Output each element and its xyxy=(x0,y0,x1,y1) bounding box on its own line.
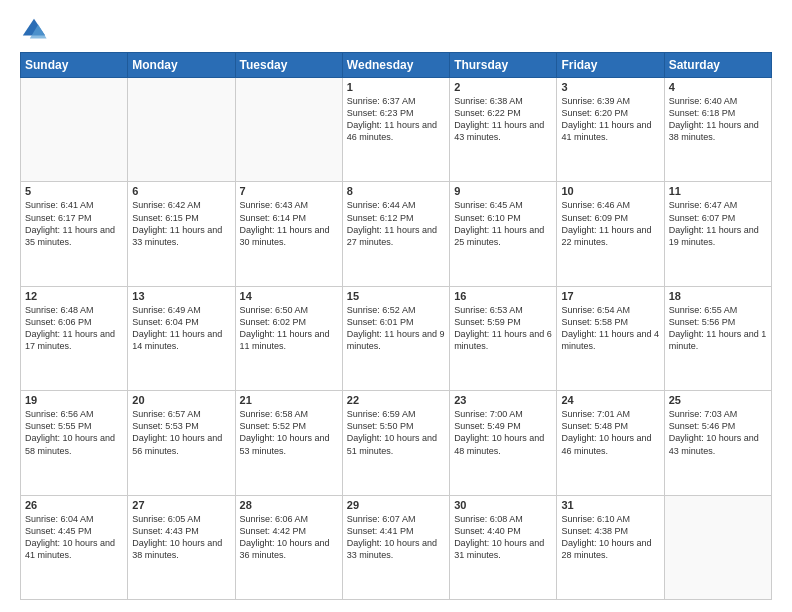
day-number: 17 xyxy=(561,290,659,302)
day-number: 29 xyxy=(347,499,445,511)
day-number: 25 xyxy=(669,394,767,406)
day-number: 16 xyxy=(454,290,552,302)
day-header-friday: Friday xyxy=(557,53,664,78)
day-number: 15 xyxy=(347,290,445,302)
day-info: Sunrise: 6:39 AM Sunset: 6:20 PM Dayligh… xyxy=(561,95,659,144)
calendar-cell: 9Sunrise: 6:45 AM Sunset: 6:10 PM Daylig… xyxy=(450,182,557,286)
calendar-cell: 20Sunrise: 6:57 AM Sunset: 5:53 PM Dayli… xyxy=(128,391,235,495)
day-info: Sunrise: 6:49 AM Sunset: 6:04 PM Dayligh… xyxy=(132,304,230,353)
calendar-cell: 31Sunrise: 6:10 AM Sunset: 4:38 PM Dayli… xyxy=(557,495,664,599)
calendar-week-3: 19Sunrise: 6:56 AM Sunset: 5:55 PM Dayli… xyxy=(21,391,772,495)
day-info: Sunrise: 6:40 AM Sunset: 6:18 PM Dayligh… xyxy=(669,95,767,144)
day-number: 6 xyxy=(132,185,230,197)
calendar-cell: 1Sunrise: 6:37 AM Sunset: 6:23 PM Daylig… xyxy=(342,78,449,182)
calendar-cell: 21Sunrise: 6:58 AM Sunset: 5:52 PM Dayli… xyxy=(235,391,342,495)
day-info: Sunrise: 6:47 AM Sunset: 6:07 PM Dayligh… xyxy=(669,199,767,248)
calendar-cell: 6Sunrise: 6:42 AM Sunset: 6:15 PM Daylig… xyxy=(128,182,235,286)
day-info: Sunrise: 6:46 AM Sunset: 6:09 PM Dayligh… xyxy=(561,199,659,248)
calendar-week-1: 5Sunrise: 6:41 AM Sunset: 6:17 PM Daylig… xyxy=(21,182,772,286)
calendar-cell: 4Sunrise: 6:40 AM Sunset: 6:18 PM Daylig… xyxy=(664,78,771,182)
day-number: 7 xyxy=(240,185,338,197)
day-number: 5 xyxy=(25,185,123,197)
day-number: 26 xyxy=(25,499,123,511)
day-info: Sunrise: 6:38 AM Sunset: 6:22 PM Dayligh… xyxy=(454,95,552,144)
calendar-cell: 2Sunrise: 6:38 AM Sunset: 6:22 PM Daylig… xyxy=(450,78,557,182)
header xyxy=(20,16,772,44)
day-info: Sunrise: 6:04 AM Sunset: 4:45 PM Dayligh… xyxy=(25,513,123,562)
day-info: Sunrise: 6:58 AM Sunset: 5:52 PM Dayligh… xyxy=(240,408,338,457)
calendar: SundayMondayTuesdayWednesdayThursdayFrid… xyxy=(20,52,772,600)
day-number: 20 xyxy=(132,394,230,406)
day-number: 13 xyxy=(132,290,230,302)
calendar-cell xyxy=(128,78,235,182)
day-info: Sunrise: 6:08 AM Sunset: 4:40 PM Dayligh… xyxy=(454,513,552,562)
day-number: 31 xyxy=(561,499,659,511)
day-info: Sunrise: 6:45 AM Sunset: 6:10 PM Dayligh… xyxy=(454,199,552,248)
day-info: Sunrise: 6:06 AM Sunset: 4:42 PM Dayligh… xyxy=(240,513,338,562)
day-info: Sunrise: 6:53 AM Sunset: 5:59 PM Dayligh… xyxy=(454,304,552,353)
day-number: 14 xyxy=(240,290,338,302)
calendar-cell: 22Sunrise: 6:59 AM Sunset: 5:50 PM Dayli… xyxy=(342,391,449,495)
day-number: 1 xyxy=(347,81,445,93)
day-number: 12 xyxy=(25,290,123,302)
day-number: 27 xyxy=(132,499,230,511)
day-info: Sunrise: 6:10 AM Sunset: 4:38 PM Dayligh… xyxy=(561,513,659,562)
day-info: Sunrise: 6:55 AM Sunset: 5:56 PM Dayligh… xyxy=(669,304,767,353)
day-info: Sunrise: 6:43 AM Sunset: 6:14 PM Dayligh… xyxy=(240,199,338,248)
day-number: 2 xyxy=(454,81,552,93)
day-header-saturday: Saturday xyxy=(664,53,771,78)
calendar-cell: 12Sunrise: 6:48 AM Sunset: 6:06 PM Dayli… xyxy=(21,286,128,390)
day-info: Sunrise: 6:42 AM Sunset: 6:15 PM Dayligh… xyxy=(132,199,230,248)
day-number: 18 xyxy=(669,290,767,302)
page: SundayMondayTuesdayWednesdayThursdayFrid… xyxy=(0,0,792,612)
day-info: Sunrise: 6:37 AM Sunset: 6:23 PM Dayligh… xyxy=(347,95,445,144)
calendar-cell: 11Sunrise: 6:47 AM Sunset: 6:07 PM Dayli… xyxy=(664,182,771,286)
day-number: 3 xyxy=(561,81,659,93)
calendar-cell: 25Sunrise: 7:03 AM Sunset: 5:46 PM Dayli… xyxy=(664,391,771,495)
day-number: 21 xyxy=(240,394,338,406)
day-number: 8 xyxy=(347,185,445,197)
calendar-cell: 10Sunrise: 6:46 AM Sunset: 6:09 PM Dayli… xyxy=(557,182,664,286)
day-header-monday: Monday xyxy=(128,53,235,78)
day-header-tuesday: Tuesday xyxy=(235,53,342,78)
calendar-header-row: SundayMondayTuesdayWednesdayThursdayFrid… xyxy=(21,53,772,78)
calendar-cell: 16Sunrise: 6:53 AM Sunset: 5:59 PM Dayli… xyxy=(450,286,557,390)
calendar-cell xyxy=(21,78,128,182)
day-info: Sunrise: 6:44 AM Sunset: 6:12 PM Dayligh… xyxy=(347,199,445,248)
calendar-cell xyxy=(664,495,771,599)
day-info: Sunrise: 7:00 AM Sunset: 5:49 PM Dayligh… xyxy=(454,408,552,457)
day-info: Sunrise: 6:07 AM Sunset: 4:41 PM Dayligh… xyxy=(347,513,445,562)
day-number: 28 xyxy=(240,499,338,511)
day-info: Sunrise: 6:52 AM Sunset: 6:01 PM Dayligh… xyxy=(347,304,445,353)
day-number: 23 xyxy=(454,394,552,406)
calendar-cell: 13Sunrise: 6:49 AM Sunset: 6:04 PM Dayli… xyxy=(128,286,235,390)
day-number: 19 xyxy=(25,394,123,406)
calendar-cell: 27Sunrise: 6:05 AM Sunset: 4:43 PM Dayli… xyxy=(128,495,235,599)
day-number: 22 xyxy=(347,394,445,406)
logo xyxy=(20,16,52,44)
day-header-sunday: Sunday xyxy=(21,53,128,78)
calendar-cell: 24Sunrise: 7:01 AM Sunset: 5:48 PM Dayli… xyxy=(557,391,664,495)
calendar-cell: 3Sunrise: 6:39 AM Sunset: 6:20 PM Daylig… xyxy=(557,78,664,182)
calendar-cell: 19Sunrise: 6:56 AM Sunset: 5:55 PM Dayli… xyxy=(21,391,128,495)
day-info: Sunrise: 6:57 AM Sunset: 5:53 PM Dayligh… xyxy=(132,408,230,457)
day-info: Sunrise: 6:48 AM Sunset: 6:06 PM Dayligh… xyxy=(25,304,123,353)
calendar-cell: 17Sunrise: 6:54 AM Sunset: 5:58 PM Dayli… xyxy=(557,286,664,390)
day-header-wednesday: Wednesday xyxy=(342,53,449,78)
calendar-cell: 23Sunrise: 7:00 AM Sunset: 5:49 PM Dayli… xyxy=(450,391,557,495)
calendar-week-4: 26Sunrise: 6:04 AM Sunset: 4:45 PM Dayli… xyxy=(21,495,772,599)
calendar-cell: 8Sunrise: 6:44 AM Sunset: 6:12 PM Daylig… xyxy=(342,182,449,286)
calendar-cell: 15Sunrise: 6:52 AM Sunset: 6:01 PM Dayli… xyxy=(342,286,449,390)
day-number: 10 xyxy=(561,185,659,197)
calendar-cell: 26Sunrise: 6:04 AM Sunset: 4:45 PM Dayli… xyxy=(21,495,128,599)
calendar-cell: 14Sunrise: 6:50 AM Sunset: 6:02 PM Dayli… xyxy=(235,286,342,390)
calendar-cell: 18Sunrise: 6:55 AM Sunset: 5:56 PM Dayli… xyxy=(664,286,771,390)
day-number: 9 xyxy=(454,185,552,197)
day-info: Sunrise: 6:59 AM Sunset: 5:50 PM Dayligh… xyxy=(347,408,445,457)
calendar-cell: 29Sunrise: 6:07 AM Sunset: 4:41 PM Dayli… xyxy=(342,495,449,599)
day-info: Sunrise: 6:41 AM Sunset: 6:17 PM Dayligh… xyxy=(25,199,123,248)
logo-icon xyxy=(20,16,48,44)
calendar-week-0: 1Sunrise: 6:37 AM Sunset: 6:23 PM Daylig… xyxy=(21,78,772,182)
calendar-cell xyxy=(235,78,342,182)
day-info: Sunrise: 7:03 AM Sunset: 5:46 PM Dayligh… xyxy=(669,408,767,457)
